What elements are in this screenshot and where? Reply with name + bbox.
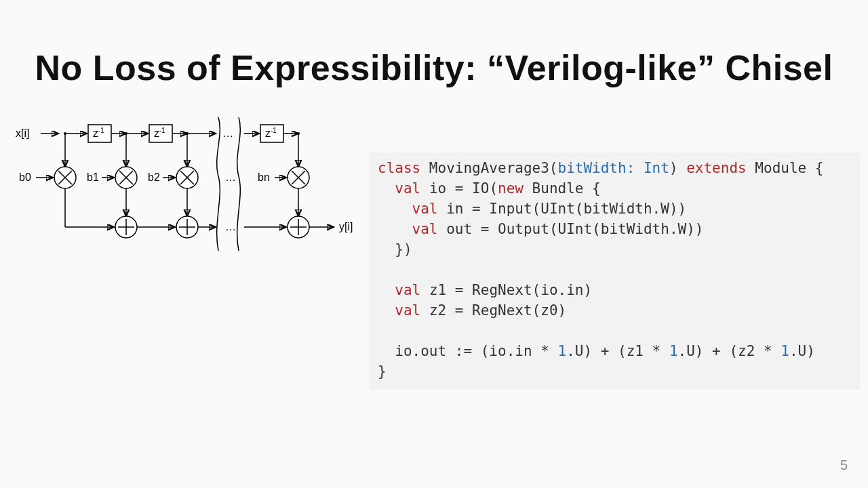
diagram-output-label: y[i] [339, 221, 353, 232]
adder-1 [115, 216, 137, 238]
multiplier-bn [288, 167, 309, 188]
diagram-input-label: x[i] [16, 127, 29, 139]
adder-2 [176, 216, 198, 238]
page-number: 5 [840, 458, 848, 473]
slide-title: No Loss of Expressibility: “Verilog-like… [0, 47, 868, 88]
multiplier-b0 [54, 167, 76, 188]
svg-text:b0: b0 [19, 171, 31, 183]
code-block: class MovingAverage3(bitWidth: Int) exte… [370, 152, 861, 390]
multiplier-b2 [176, 167, 198, 188]
svg-text:…: … [225, 221, 236, 232]
adder-n [288, 216, 309, 238]
svg-text:bn: bn [258, 171, 270, 183]
svg-text:…: … [225, 171, 236, 183]
svg-text:b1: b1 [87, 171, 99, 183]
fir-filter-diagram: x[i] z-1 z-1 … z-1 [14, 115, 366, 258]
svg-text:…: … [222, 127, 233, 139]
svg-text:b2: b2 [148, 171, 160, 183]
multiplier-b1 [115, 167, 137, 188]
